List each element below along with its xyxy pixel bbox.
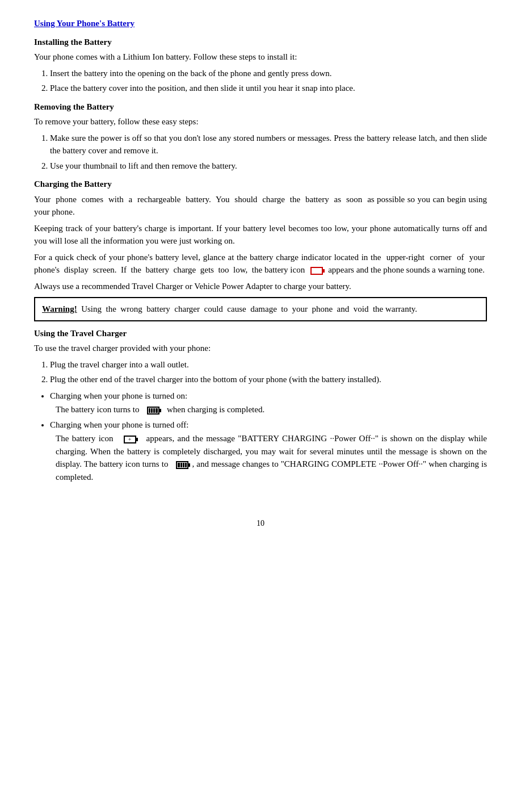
charging-para-3: For a quick check of your phone's batter… [34,251,487,277]
warning-label: Warning! [42,304,77,313]
charging-para-4: Always use a recommended Travel Charger … [34,280,487,293]
page-number: 10 [34,517,487,529]
section-title: Using Your Phone's Battery [34,17,487,30]
installing-steps: Insert the battery into the opening on t… [50,67,487,95]
travel-charger-intro: To use the travel charger provided with … [34,342,487,355]
installing-intro: Your phone comes with a Lithium Ion batt… [34,51,487,64]
battery-icon-full [147,407,159,415]
list-item: Charging when your phone is turned off: … [50,418,487,484]
list-item: Plug the other end of the travel charger… [50,373,487,386]
battery-icon-low [310,267,323,275]
charging-para-2: Keeping track of your battery's charge i… [34,222,487,248]
charging-para-1: Your phone comes with a rechargeable bat… [34,193,487,219]
charging-off-desc: The battery icon appears, and the messag… [56,432,487,483]
installing-title: Installing the Battery [34,36,487,49]
removing-intro: To remove your battery, follow these eas… [34,115,487,128]
list-item: Place the battery cover into the positio… [50,82,487,95]
charging-on-desc: The battery icon turns to when charging … [56,403,487,416]
page-content: Using Your Phone's Battery Installing th… [34,17,487,529]
travel-charger-steps: Plug the travel charger into a wall outl… [50,358,487,386]
removing-steps: Make sure the power is off so that you d… [50,132,487,173]
list-item: Use your thumbnail to lift and then remo… [50,160,487,173]
warning-text: Using the wrong battery charger could ca… [77,304,417,313]
list-item: Insert the battery into the opening on t… [50,67,487,80]
battery-icon-full-2 [176,461,188,469]
travel-charger-title: Using the Travel Charger [34,327,487,340]
list-item: Charging when your phone is turned on: T… [50,390,487,416]
removing-title: Removing the Battery [34,101,487,114]
list-item: Plug the travel charger into a wall outl… [50,358,487,371]
battery-icon-charging [124,436,136,443]
list-item: Make sure the power is off so that you d… [50,132,487,157]
warning-box: Warning! Using the wrong battery charger… [34,297,487,321]
charging-title: Charging the Battery [34,178,487,191]
charging-bullets: Charging when your phone is turned on: T… [50,390,487,484]
